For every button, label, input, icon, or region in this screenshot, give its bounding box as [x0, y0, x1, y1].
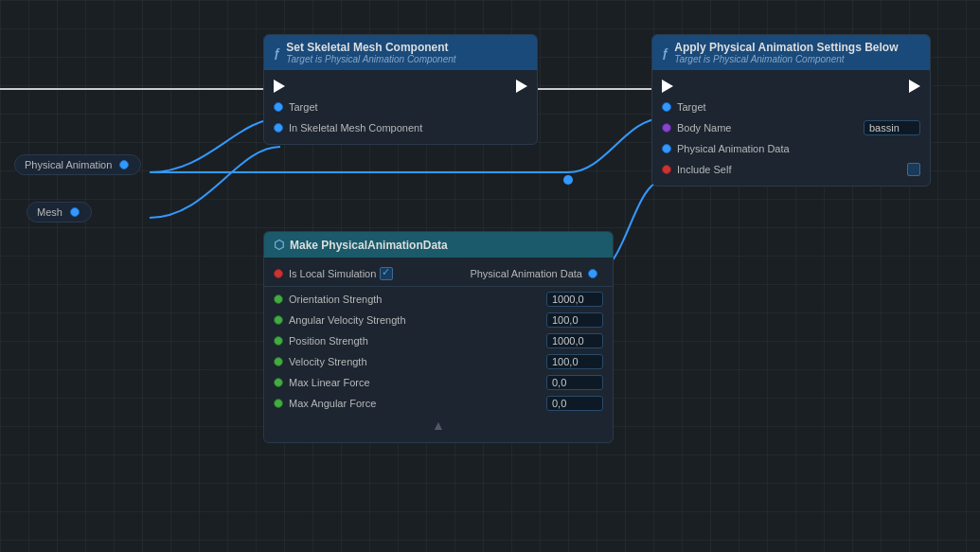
pin-target-2-in [662, 102, 671, 112]
node-header-set-skeletal: ƒ Set Skeletal Mesh Component Target is … [264, 35, 537, 70]
label-max-linear-force: Max Linear Force [289, 377, 546, 388]
position-strength-input[interactable] [546, 333, 603, 348]
include-self-checkbox[interactable] [907, 163, 920, 176]
pin-label-target-2: Target [677, 101, 920, 113]
node-subtitle-apply-physical: Target is Physical Animation Component [674, 54, 898, 64]
pin-row-target: Target [264, 97, 537, 117]
variable-label-physical-animation: Physical Animation [25, 159, 112, 170]
variable-node-physical-animation[interactable]: Physical Animation [14, 154, 141, 175]
variable-output-pin [119, 160, 129, 169]
pin-row-is-local-sim: Is Local Simulation Physical Animation D… [264, 263, 613, 284]
is-local-sim-checkbox[interactable] [380, 267, 393, 280]
pin-row-max-angular-force: Max Angular Force [264, 393, 613, 414]
label-orientation-strength: Orientation Strength [289, 294, 546, 305]
pin-row-position-strength: Position Strength [264, 330, 613, 351]
body-name-input[interactable] [864, 120, 920, 135]
velocity-strength-input[interactable] [546, 354, 603, 369]
node-title-make-physanim: Make PhysicalAnimationData [290, 239, 448, 252]
function-icon: ƒ [274, 45, 280, 60]
pin-orientation-strength [274, 294, 283, 304]
node-title-apply-physical: Apply Physical Animation Settings Below [674, 41, 898, 54]
pin-include-self [662, 165, 671, 174]
node-title-set-skeletal: Set Skeletal Mesh Component [286, 41, 455, 54]
pin-target-in [274, 102, 283, 112]
function-icon-2: ƒ [662, 45, 668, 60]
variable-node-mesh[interactable]: Mesh [27, 202, 92, 223]
variable-mesh-output-pin [70, 207, 80, 217]
pin-body-name [662, 123, 671, 133]
label-max-angular-force: Max Angular Force [289, 398, 546, 409]
struct-icon: ⬡ [274, 238, 284, 252]
node-header-make-physanim: ⬡ Make PhysicalAnimationData [264, 232, 613, 258]
node-make-physical-animation-data: ⬡ Make PhysicalAnimationData Is Local Si… [263, 231, 614, 443]
pin-max-linear-force [274, 378, 283, 387]
variable-label-mesh: Mesh [37, 206, 62, 218]
pin-row-body-name: Body Name [652, 117, 930, 138]
pin-label-body-name: Body Name [677, 122, 864, 134]
pin-label-include-self: Include Self [677, 164, 903, 175]
pin-angular-velocity [274, 315, 283, 325]
divider-1 [264, 286, 613, 287]
max-linear-force-input[interactable] [546, 375, 603, 390]
pin-row-velocity-strength: Velocity Strength [264, 351, 613, 372]
pin-label-target: Target [289, 101, 527, 113]
pin-row-include-self: Include Self [652, 159, 930, 180]
pin-row-phys-anim-data: Physical Animation Data [652, 138, 930, 159]
node-apply-physical-animation: ƒ Apply Physical Animation Settings Belo… [651, 34, 931, 187]
label-velocity-strength: Velocity Strength [289, 356, 546, 367]
pin-row-angular-velocity: Angular Velocity Strength [264, 310, 613, 330]
pin-position-strength [274, 336, 283, 346]
orientation-strength-input[interactable] [546, 292, 603, 307]
pin-phys-anim-data [662, 144, 671, 153]
max-angular-force-input[interactable] [546, 396, 603, 411]
node-subtitle-set-skeletal: Target is Physical Animation Component [286, 54, 455, 64]
pin-max-angular-force [274, 399, 283, 408]
collapse-arrow[interactable]: ▲ [264, 414, 613, 436]
pin-is-local-sim [274, 269, 283, 278]
pin-in-skeletal [274, 123, 283, 133]
exec-out-arrow [516, 80, 527, 93]
node-header-apply-physical: ƒ Apply Physical Animation Settings Belo… [652, 35, 930, 70]
pin-row-orientation-strength: Orientation Strength [264, 289, 613, 310]
label-angular-velocity: Angular Velocity Strength [289, 314, 546, 326]
pin-label-phys-anim-data: Physical Animation Data [677, 143, 920, 154]
node-set-skeletal-mesh: ƒ Set Skeletal Mesh Component Target is … [263, 34, 538, 145]
label-position-strength: Position Strength [289, 335, 546, 347]
pin-row-max-linear-force: Max Linear Force [264, 372, 613, 393]
exec-out-arrow-2 [909, 80, 920, 93]
pin-row-in-skeletal: In Skeletal Mesh Component [264, 117, 537, 138]
exec-row-set-skeletal [264, 76, 537, 97]
pin-phys-anim-data-out [588, 269, 597, 278]
exec-row-apply-physical [652, 76, 930, 97]
pin-row-target-2: Target [652, 97, 930, 117]
svg-point-0 [563, 175, 573, 185]
exec-in-arrow [274, 80, 285, 93]
label-phys-anim-data-output: Physical Animation Data [470, 268, 582, 279]
label-is-local-sim: Is Local Simulation [289, 268, 376, 279]
angular-velocity-input[interactable] [546, 312, 603, 328]
pin-label-in-skeletal: In Skeletal Mesh Component [289, 122, 527, 134]
exec-in-arrow-2 [662, 80, 673, 93]
pin-velocity-strength [274, 357, 283, 366]
